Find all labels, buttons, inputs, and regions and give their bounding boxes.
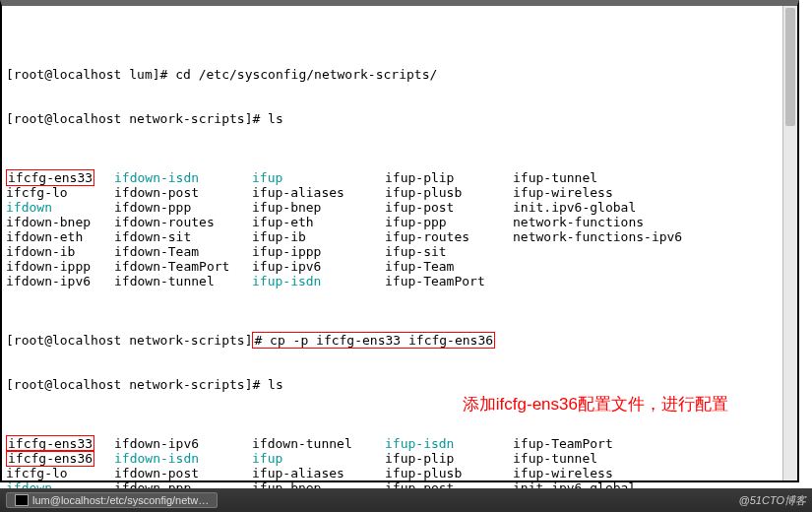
file-entry: ifdown-tunnel — [114, 274, 252, 288]
file-row: ifdown-ibifdown-Teamifup-ipppifup-sit — [6, 244, 793, 259]
highlighted-cp-command: # cp -p ifcfg-ens33 ifcfg-ens36 — [252, 332, 495, 349]
file-entry: ifup-tunnel — [513, 451, 597, 466]
file-entry: ifdown-TeamPort — [114, 259, 252, 274]
highlighted-file: ifcfg-ens36 — [6, 450, 94, 467]
prompt-line-3: [root@localhost network-scripts]# cp -p … — [6, 333, 793, 348]
file-row: ifcfg-ens33ifdown-ipv6ifdown-tunnelifup-… — [6, 436, 793, 451]
file-entry: ifup-tunnel — [513, 170, 597, 185]
file-entry: ifup-wireless — [513, 185, 613, 200]
file-row: ifcfg-loifdown-postifup-aliasesifup-plus… — [6, 185, 793, 200]
prompt-line-4: [root@localhost network-scripts]# ls — [6, 377, 793, 392]
file-row: ifdown-ipppifdown-TeamPortifup-ipv6ifup-… — [6, 259, 793, 274]
prompt-line-2: [root@localhost network-scripts]# ls — [6, 111, 793, 126]
file-entry: ifup — [252, 451, 385, 466]
file-entry: ifcfg-ens33 — [6, 170, 114, 185]
file-entry: ifdown-post — [114, 185, 252, 200]
file-row: ifcfg-ens33ifdown-isdnifupifup-plipifup-… — [6, 170, 793, 185]
taskbar: lum@localhost:/etc/sysconfig/netw… @51CT… — [0, 488, 812, 512]
file-entry: ifup-isdn — [385, 436, 513, 451]
terminal-window[interactable]: [root@localhost lum]# cd /etc/sysconfig/… — [0, 0, 799, 482]
taskbar-tab-label: lum@localhost:/etc/sysconfig/netw… — [32, 494, 209, 506]
file-entry: init.ipv6-global — [513, 200, 636, 215]
prompt-line-1: [root@localhost lum]# cd /etc/sysconfig/… — [6, 67, 793, 82]
file-entry: ifdown-bnep — [6, 215, 114, 229]
file-entry: ifdown-ipv6 — [6, 274, 114, 288]
file-entry: ifup-isdn — [252, 274, 385, 288]
file-entry: ifup-plusb — [385, 185, 513, 200]
file-entry: ifdown-isdn — [114, 451, 252, 466]
file-entry: ifcfg-lo — [6, 466, 114, 480]
file-entry: ifup-aliases — [252, 185, 385, 200]
file-row: ifcfg-loifdown-postifup-aliasesifup-plus… — [6, 466, 793, 480]
file-entry: ifup-bnep — [252, 200, 385, 215]
file-entry: network-functions-ipv6 — [513, 229, 682, 244]
taskbar-tab[interactable]: lum@localhost:/etc/sysconfig/netw… — [6, 492, 218, 508]
file-row: ifdown-ethifdown-sitifup-ibifup-routesne… — [6, 229, 793, 244]
file-entry: ifup-plusb — [385, 466, 513, 480]
file-entry: ifcfg-ens36 — [6, 451, 114, 466]
file-entry: ifup-eth — [252, 215, 385, 229]
file-entry: ifdown — [6, 200, 114, 215]
file-entry: ifup-post — [385, 200, 513, 215]
file-row: ifdown-ipv6ifdown-tunnelifup-isdnifup-Te… — [6, 274, 793, 288]
scrollbar[interactable] — [782, 6, 797, 480]
annotation-text: 添加ifcfg-ens36配置文件，进行配置 — [463, 397, 728, 412]
file-entry: ifup-ib — [252, 229, 385, 244]
file-entry: ifup — [252, 170, 385, 185]
file-entry: ifup-TeamPort — [385, 274, 513, 288]
file-row: ifdownifdown-pppifup-bnepifup-postinit.i… — [6, 200, 793, 215]
file-entry: ifup-ppp — [385, 215, 513, 229]
ls-output-1: ifcfg-ens33ifdown-isdnifupifup-plipifup-… — [6, 170, 793, 288]
file-row: ifcfg-ens36ifdown-isdnifupifup-plipifup-… — [6, 451, 793, 466]
file-entry: ifdown-tunnel — [252, 436, 385, 451]
file-entry: ifup-ipv6 — [252, 259, 385, 274]
file-entry: ifup-aliases — [252, 466, 385, 480]
file-entry: ifup-plip — [385, 170, 513, 185]
file-entry: ifcfg-ens33 — [6, 436, 114, 451]
file-entry: ifcfg-lo — [6, 185, 114, 200]
file-entry: ifdown-ipv6 — [114, 436, 252, 451]
file-entry: ifdown-isdn — [114, 170, 252, 185]
file-entry: ifdown-post — [114, 466, 252, 480]
file-entry: ifup-plip — [385, 451, 513, 466]
file-entry: ifup-wireless — [513, 466, 613, 480]
file-entry: ifup-ippp — [252, 244, 385, 259]
file-entry: ifup-Team — [385, 259, 513, 274]
file-entry: ifdown-ib — [6, 244, 114, 259]
file-entry: ifdown-eth — [6, 229, 114, 244]
highlighted-file: ifcfg-ens33 — [6, 169, 94, 186]
file-entry: network-functions — [513, 215, 644, 229]
file-entry: ifdown-Team — [114, 244, 252, 259]
file-row: ifdown-bnepifdown-routesifup-ethifup-ppp… — [6, 215, 793, 229]
file-entry: ifdown-ppp — [114, 200, 252, 215]
file-entry: ifdown-sit — [114, 229, 252, 244]
file-entry: ifup-routes — [385, 229, 513, 244]
terminal-icon — [15, 494, 29, 506]
file-entry: ifdown-routes — [114, 215, 252, 229]
scrollbar-thumb[interactable] — [785, 8, 795, 126]
file-entry: ifdown-ippp — [6, 259, 114, 274]
file-entry: ifup-TeamPort — [513, 436, 613, 451]
watermark: @51CTO博客 — [739, 493, 806, 508]
file-entry: ifup-sit — [385, 244, 513, 259]
